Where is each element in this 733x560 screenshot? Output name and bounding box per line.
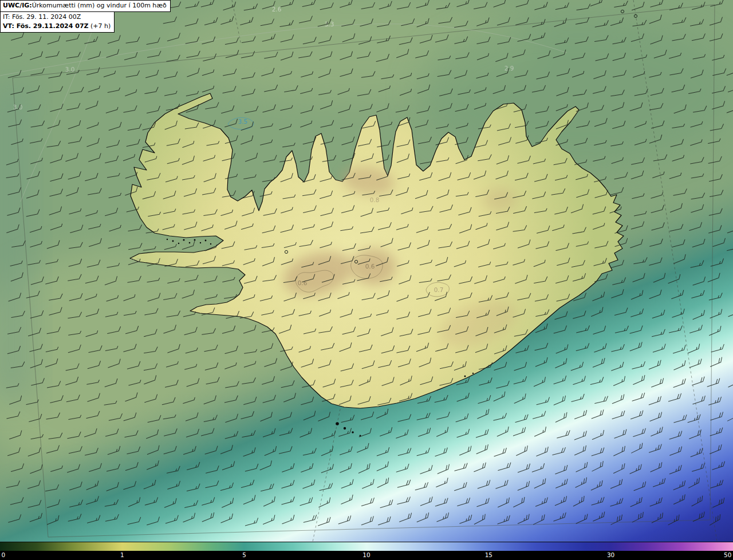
weather-map-view: 2.63.33.03.02.93.50.60.60.70.80.9 UWC/IG…: [0, 0, 733, 560]
valid-time-line: VT: Fös. 29.11.2024 07Z (+7 h): [3, 22, 111, 31]
contour-label: 3.5: [238, 118, 248, 125]
contour-label: 3.3: [325, 21, 334, 27]
title-line: UWC/IG: Úrkomumætti (mm) og vindur í 100…: [0, 0, 171, 12]
contour-label: 2.6: [272, 6, 282, 13]
valid-time-label: VT: Fös. 29.11.2024 07Z: [3, 22, 89, 30]
product-title: Úrkomumætti (mm) og vindur í 100m hæð: [32, 2, 167, 9]
model-label: UWC/IG:: [3, 2, 32, 9]
init-time-label: IT: Fös. 29. 11. 2024 00Z: [3, 13, 111, 22]
colorbar-tick: 0: [2, 551, 6, 558]
precipitation-wind-map: 2.63.33.03.02.93.50.60.60.70.80.9: [0, 0, 733, 542]
contour-label: 0.8: [370, 196, 380, 203]
contour-label: 0.7: [434, 286, 444, 293]
contour-label: 3.0: [65, 66, 75, 73]
time-lines: IT: Fös. 29. 11. 2024 00Z VT: Fös. 29.11…: [0, 11, 115, 33]
contour-label: 0.6: [365, 263, 375, 270]
contour-label: 2.9: [505, 65, 514, 72]
titlebox: UWC/IG: Úrkomumætti (mm) og vindur í 100…: [0, 0, 171, 33]
colorbar-tick: 15: [485, 551, 492, 558]
colorbar-tick: 1: [120, 551, 124, 558]
colorbar-gradient: [0, 542, 733, 551]
colorbar-tick: 5: [242, 551, 246, 558]
valid-time-offset: (+7 h): [90, 22, 111, 30]
colorbar: 01510153050: [0, 542, 733, 560]
colorbar-tick: 30: [607, 551, 614, 558]
colorbar-tick-labels: 01510153050: [0, 551, 733, 560]
contour-label: 0.6: [298, 279, 308, 286]
colorbar-tick: 50: [724, 551, 731, 558]
colorbar-tick: 10: [362, 551, 370, 558]
